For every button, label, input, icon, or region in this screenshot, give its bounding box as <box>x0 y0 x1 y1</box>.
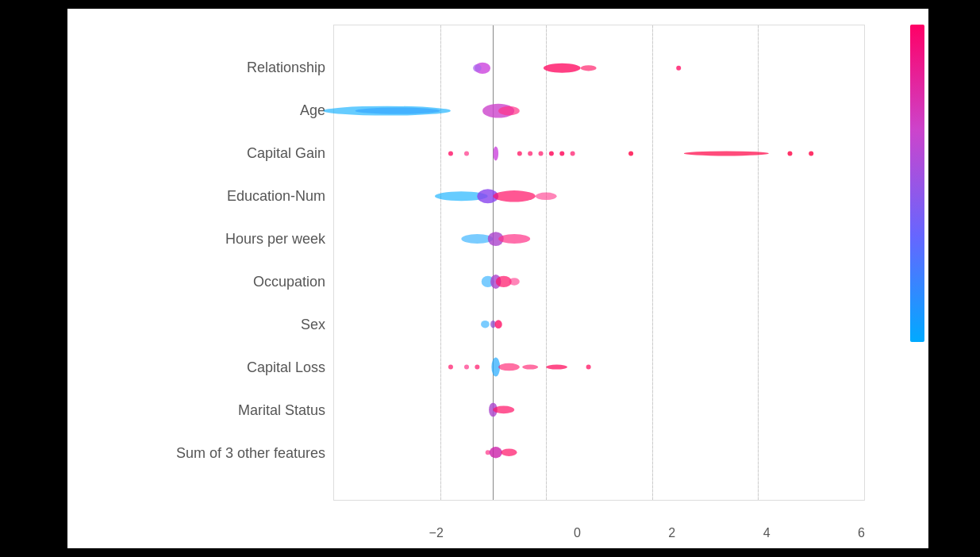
svg-point-47 <box>490 447 502 458</box>
svg-point-10 <box>464 151 469 156</box>
x-label-4: 4 <box>763 526 771 540</box>
svg-point-19 <box>684 151 769 156</box>
svg-point-40 <box>498 363 520 371</box>
x-label-6: 6 <box>858 526 865 540</box>
y-label-education-num: Education-Num <box>227 188 325 205</box>
y-label-occupation: Occupation <box>253 274 325 290</box>
beeswarm-dots <box>334 25 864 500</box>
y-label-age: Age <box>300 102 325 119</box>
y-label-sum-other: Sum of 3 other features <box>176 445 325 462</box>
x-label-0: 0 <box>574 526 581 540</box>
svg-point-2 <box>544 63 581 73</box>
svg-point-38 <box>475 365 479 370</box>
svg-point-32 <box>509 278 519 286</box>
svg-point-4 <box>676 66 681 71</box>
y-label-marital-status: Marital Status <box>238 402 325 419</box>
svg-point-37 <box>464 365 469 370</box>
x-axis-labels: −2 0 2 4 6 <box>333 526 865 540</box>
svg-point-6 <box>355 107 440 113</box>
y-label-hours-per-week: Hours per week <box>225 231 325 248</box>
svg-point-3 <box>581 65 597 71</box>
y-label-sex: Sex <box>301 317 325 333</box>
svg-point-20 <box>787 151 792 156</box>
svg-point-8 <box>498 106 520 116</box>
svg-point-13 <box>528 151 532 156</box>
svg-point-48 <box>501 448 517 456</box>
svg-point-18 <box>628 151 633 156</box>
svg-point-14 <box>539 151 544 156</box>
svg-point-43 <box>586 365 591 370</box>
y-label-capital-gain: Capital Gain <box>247 145 325 162</box>
svg-point-24 <box>493 190 535 202</box>
chart-plot-area <box>333 25 865 501</box>
svg-point-35 <box>494 320 502 328</box>
svg-point-42 <box>546 365 567 370</box>
x-label-minus2: −2 <box>429 526 444 540</box>
svg-point-9 <box>448 151 453 156</box>
y-axis-labels: Relationship Age Capital Gain Education-… <box>67 25 333 501</box>
svg-point-17 <box>571 151 575 156</box>
colorbar <box>910 25 924 342</box>
svg-point-21 <box>809 151 813 156</box>
svg-point-45 <box>493 406 514 414</box>
svg-point-16 <box>559 151 564 156</box>
x-label-2: 2 <box>668 526 675 540</box>
svg-point-33 <box>481 321 490 328</box>
svg-point-36 <box>448 365 453 370</box>
svg-point-41 <box>522 365 538 370</box>
svg-point-15 <box>549 151 554 156</box>
svg-point-11 <box>493 146 498 160</box>
svg-point-25 <box>536 192 557 200</box>
y-label-relationship: Relationship <box>247 60 325 76</box>
svg-point-1 <box>473 64 482 72</box>
chart-container: Relationship Age Capital Gain Education-… <box>67 9 928 548</box>
svg-point-28 <box>498 234 530 244</box>
svg-point-12 <box>517 151 522 156</box>
y-label-capital-loss: Capital Loss <box>247 359 325 376</box>
